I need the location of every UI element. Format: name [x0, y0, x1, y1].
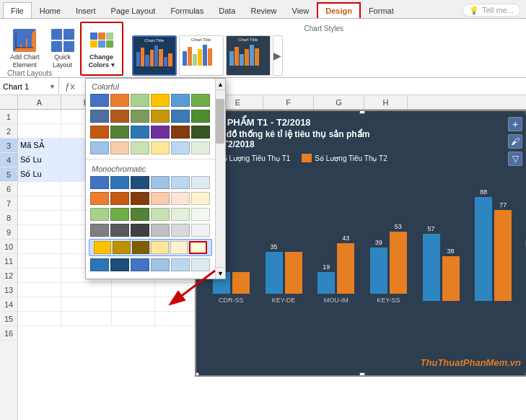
cell-a3[interactable]: Mã SẢ: [18, 139, 61, 152]
chart-handle-bl[interactable]: [195, 372, 199, 377]
swatch[interactable]: [191, 224, 210, 237]
swatch[interactable]: [131, 126, 149, 139]
swatch[interactable]: [191, 176, 210, 189]
swatch[interactable]: [90, 192, 109, 205]
swatch[interactable]: [131, 176, 149, 189]
chart-style-1[interactable]: Chart Title: [132, 35, 177, 76]
swatch[interactable]: [132, 241, 149, 254]
col-header-a[interactable]: A: [18, 95, 61, 109]
col-header-g[interactable]: G: [314, 95, 364, 109]
row-num-3[interactable]: 3: [0, 139, 17, 153]
swatch[interactable]: [110, 126, 129, 139]
row-num-7[interactable]: 7: [0, 196, 17, 211]
row-num-1[interactable]: 1: [0, 110, 17, 124]
row-num-2[interactable]: 2: [0, 124, 17, 139]
chart-style-3[interactable]: Chart Title: [226, 35, 271, 76]
row-num-14[interactable]: 14: [0, 297, 17, 312]
tell-me-box[interactable]: 💡 Tell me...: [463, 4, 520, 17]
swatch[interactable]: [151, 110, 170, 123]
swatch[interactable]: [131, 208, 149, 221]
chart-filter-icon[interactable]: ▽: [508, 152, 522, 166]
swatch[interactable]: [191, 126, 210, 139]
swatch[interactable]: [131, 192, 149, 205]
dropdown-scroll-up[interactable]: ▲: [215, 79, 225, 90]
cell-a2[interactable]: [18, 124, 61, 138]
swatch[interactable]: [191, 110, 210, 123]
tab-home[interactable]: Home: [32, 4, 68, 18]
swatch[interactable]: [171, 258, 190, 271]
add-chart-element-btn[interactable]: Add ChartElement: [4, 22, 45, 76]
swatch[interactable]: [191, 192, 210, 205]
chart-styles-thumbnails[interactable]: Chart Title Chart Title: [132, 35, 516, 76]
swatch[interactable]: [90, 258, 109, 271]
tab-review[interactable]: Review: [243, 4, 284, 18]
swatch[interactable]: [113, 241, 130, 254]
swatch-selected[interactable]: [189, 241, 207, 254]
chart-handle-tm[interactable]: [359, 110, 365, 114]
swatch[interactable]: [171, 176, 190, 189]
dropdown-scroll-thumb[interactable]: [216, 99, 224, 143]
swatch[interactable]: [131, 110, 149, 123]
swatch[interactable]: [151, 224, 170, 237]
row-num-16[interactable]: 16: [0, 326, 17, 341]
swatch[interactable]: [170, 241, 188, 254]
chart-handle-bm[interactable]: [359, 372, 365, 377]
row-num-9[interactable]: 9: [0, 225, 17, 240]
chart-style-2[interactable]: Chart Title: [179, 35, 224, 76]
swatch[interactable]: [171, 224, 190, 237]
swatch[interactable]: [171, 126, 190, 139]
swatch[interactable]: [90, 141, 109, 154]
row-num-15[interactable]: 15: [0, 312, 17, 326]
tab-design[interactable]: Design: [317, 2, 361, 18]
name-box[interactable]: Chart 1 ▼: [0, 78, 59, 95]
row-num-12[interactable]: 12: [0, 268, 17, 283]
cell-a4[interactable]: Số Lu: [18, 153, 61, 167]
change-colors-btn[interactable]: ChangeColors ▾: [80, 22, 123, 76]
swatch[interactable]: [90, 126, 109, 139]
swatch[interactable]: [110, 258, 129, 271]
tab-data[interactable]: Data: [211, 4, 242, 18]
swatch[interactable]: [171, 94, 190, 107]
tab-format[interactable]: Format: [361, 4, 401, 18]
swatch[interactable]: [110, 208, 129, 221]
row-num-11[interactable]: 11: [0, 254, 17, 268]
cell-a1[interactable]: [18, 110, 61, 123]
tab-formulas[interactable]: Formulas: [163, 4, 211, 18]
swatch[interactable]: [151, 192, 170, 205]
swatch[interactable]: [131, 258, 149, 271]
swatch[interactable]: [171, 141, 190, 154]
row-num-13[interactable]: 13: [0, 283, 17, 297]
name-box-dropdown-icon[interactable]: ▼: [49, 83, 56, 90]
swatch[interactable]: [171, 192, 190, 205]
swatch[interactable]: [90, 208, 109, 221]
swatch[interactable]: [151, 126, 170, 139]
swatch[interactable]: [110, 110, 129, 123]
swatch[interactable]: [131, 94, 149, 107]
swatch[interactable]: [151, 258, 170, 271]
row-num-5[interactable]: 5: [0, 167, 17, 182]
swatch[interactable]: [110, 192, 129, 205]
swatch[interactable]: [131, 141, 149, 154]
chart-add-icon[interactable]: +: [508, 117, 522, 131]
swatch[interactable]: [151, 176, 170, 189]
chart-container[interactable]: + 🖌 ▽ SẢN PHẨM T1 - T2/2018 Biểu đồ thốn…: [195, 110, 526, 377]
swatch[interactable]: [90, 94, 109, 107]
swatch[interactable]: [171, 208, 190, 221]
swatch[interactable]: [110, 141, 129, 154]
swatch[interactable]: [94, 241, 111, 254]
swatch[interactable]: [151, 94, 170, 107]
swatch[interactable]: [110, 224, 129, 237]
tab-insert[interactable]: Insert: [69, 4, 103, 18]
dropdown-scroll-down[interactable]: ▼: [215, 267, 225, 279]
chart-style-scroll-right[interactable]: ▶: [273, 35, 283, 76]
swatch[interactable]: [191, 258, 210, 271]
swatch[interactable]: [90, 224, 109, 237]
swatch[interactable]: [171, 110, 190, 123]
chart-brush-icon[interactable]: 🖌: [508, 134, 522, 149]
col-header-h[interactable]: H: [364, 95, 408, 109]
tab-page-layout[interactable]: Page Layout: [104, 4, 163, 18]
col-header-f[interactable]: F: [263, 95, 314, 109]
swatch[interactable]: [131, 224, 149, 237]
swatch[interactable]: [191, 94, 210, 107]
swatch[interactable]: [151, 241, 168, 254]
